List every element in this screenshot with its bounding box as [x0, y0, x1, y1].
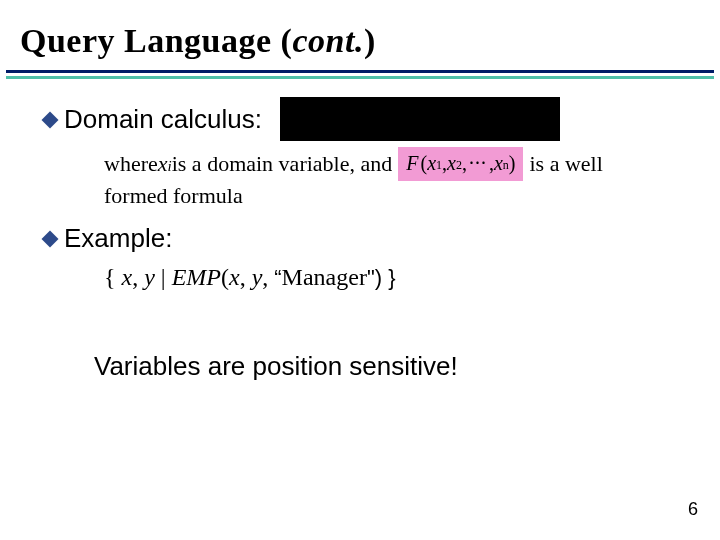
ex-x: x: [122, 264, 133, 290]
formula-sn: n: [503, 157, 509, 173]
formula-xn: x: [494, 150, 503, 177]
formula-s1: 1: [436, 157, 442, 173]
formula-x1: x: [427, 150, 436, 177]
title-italic: cont.: [292, 22, 363, 59]
subtext-post-b: formed formula: [104, 181, 243, 211]
bullet-icon: [42, 112, 59, 129]
formula-c2: ,: [462, 150, 467, 177]
bullet-example-text: Example:: [64, 223, 172, 254]
ex-y2: y: [252, 264, 263, 290]
ex-popen: (: [221, 264, 229, 290]
example-expression: { x, y | EMP(x, y, “Manager") }: [104, 264, 684, 291]
bullet-domain-calculus: Domain calculus:: [44, 97, 684, 141]
formula-s2: 2: [456, 157, 462, 173]
ex-c1: ,: [132, 264, 144, 290]
ex-mgr: Manager: [282, 264, 367, 290]
bullet-example: Example:: [44, 223, 684, 254]
subtext-mid: is a domain variable, and: [172, 149, 393, 179]
ex-emp: EMP: [172, 264, 221, 290]
ex-y: y: [144, 264, 155, 290]
xi-sub: i: [168, 156, 172, 176]
formula-dots: ···: [469, 150, 487, 177]
subtext-post-a: is a well: [529, 149, 602, 179]
ex-qc: ") }: [367, 265, 396, 290]
formula-x2: x: [447, 150, 456, 177]
ex-qo: “: [274, 265, 281, 290]
title-rule: [6, 70, 714, 79]
formula-box: F(x1, x2,···, xn): [398, 147, 523, 181]
ex-c3: ,: [262, 264, 274, 290]
domain-subtext: where xi is a domain variable, and F(x1,…: [104, 147, 684, 211]
slide-title: Query Language (cont.): [0, 0, 720, 70]
xi-var: x: [158, 149, 168, 179]
bullet-icon: [42, 231, 59, 248]
redacted-formula-box: [280, 97, 560, 141]
title-main: Query Language (: [20, 22, 292, 59]
bullet-domain-text: Domain calculus:: [64, 104, 262, 135]
ex-c2: ,: [240, 264, 252, 290]
page-number: 6: [688, 499, 698, 520]
note-position-sensitive: Variables are position sensitive!: [94, 351, 684, 382]
rule-teal: [6, 76, 714, 79]
ex-open: {: [104, 264, 116, 290]
ex-x2: x: [229, 264, 240, 290]
formula-close: ): [509, 150, 516, 177]
ex-bar: |: [155, 264, 172, 290]
formula-F: F: [406, 150, 418, 177]
subtext-pre: where: [104, 149, 158, 179]
title-close: ): [364, 22, 376, 59]
